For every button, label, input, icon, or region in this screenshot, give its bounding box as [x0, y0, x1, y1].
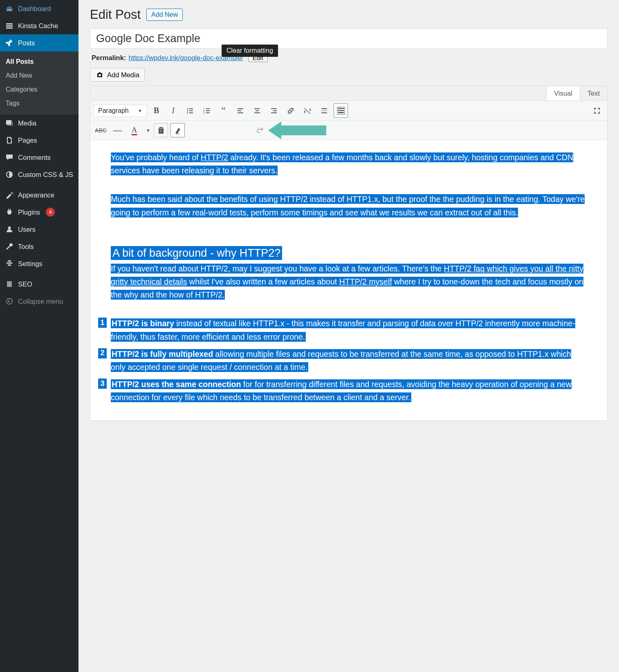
sidebar-label: Collapse menu — [18, 298, 63, 305]
content-text: instead of textual like HTTP1.x - this m… — [111, 319, 575, 341]
sidebar-item-settings[interactable]: Settings — [0, 255, 78, 272]
page-title: Edit Post — [90, 7, 141, 22]
submenu-add-new[interactable]: Add New — [0, 69, 78, 83]
settings-icon — [5, 259, 14, 268]
sidebar-label: Settings — [18, 260, 43, 268]
post-title-input[interactable] — [90, 29, 608, 49]
tab-text[interactable]: Text — [580, 86, 607, 101]
svg-rect-14 — [238, 110, 241, 111]
editor-toolbar: Paragraph ▼ B I 123 “ — [90, 101, 607, 140]
sidebar-item-users[interactable]: Users — [0, 221, 78, 238]
seo-icon — [5, 280, 14, 289]
cache-icon — [5, 21, 14, 30]
sidebar-submenu-posts: All Posts Add New Categories Tags — [0, 52, 78, 114]
sidebar-label: Users — [18, 226, 36, 233]
sidebar-item-kinsta-cache[interactable]: Kinsta Cache — [0, 17, 78, 34]
strikethrough-button[interactable]: ABC — [94, 123, 108, 137]
bullet-list-button[interactable] — [183, 103, 197, 118]
plugins-update-badge: 4 — [46, 208, 55, 217]
clear-formatting-button[interactable] — [170, 123, 185, 137]
sidebar-item-appearance[interactable]: Appearance — [0, 186, 78, 204]
content-link-http1x[interactable]: HTTP1.x — [347, 195, 378, 204]
sidebar-label: Appearance — [18, 191, 54, 199]
sidebar-item-pages[interactable]: Pages — [0, 132, 78, 149]
sidebar-item-comments[interactable]: Comments — [0, 149, 78, 166]
permalink-base[interactable]: https://wpdev.ink/ — [128, 54, 180, 61]
content-text: whilst I've also written a few articles … — [187, 277, 339, 287]
main-content: Edit Post Add New Permalink: https://wpd… — [78, 0, 619, 672]
dashboard-icon — [5, 4, 14, 13]
svg-rect-17 — [256, 110, 259, 111]
italic-button[interactable]: I — [166, 103, 180, 118]
svg-rect-8 — [206, 108, 210, 109]
sidebar-item-tools[interactable]: Tools — [0, 238, 78, 255]
align-left-button[interactable] — [233, 103, 247, 118]
svg-rect-23 — [321, 110, 327, 111]
collapse-icon — [5, 297, 14, 306]
sidebar-item-plugins[interactable]: Plugins 4 — [0, 204, 78, 221]
content-bold: HTTP/2 is fully multiplexed — [112, 349, 213, 358]
svg-rect-21 — [271, 112, 277, 113]
align-right-button[interactable] — [267, 103, 281, 118]
svg-point-0 — [7, 298, 12, 304]
svg-rect-19 — [271, 108, 277, 109]
fullscreen-button[interactable] — [590, 103, 604, 118]
submenu-tags[interactable]: Tags — [0, 96, 78, 110]
submenu-all-posts[interactable]: All Posts — [0, 55, 78, 69]
sidebar-label: Posts — [18, 39, 35, 47]
content-link-myself[interactable]: HTTP/2 myself — [339, 277, 392, 286]
format-select[interactable]: Paragraph ▼ — [94, 105, 147, 117]
css-icon — [5, 170, 14, 179]
sidebar-item-posts[interactable]: Posts — [0, 34, 78, 52]
svg-point-5 — [187, 112, 188, 113]
format-value: Paragraph — [98, 107, 129, 114]
toolbar-toggle-button[interactable] — [334, 103, 348, 118]
chevron-down-icon: ▼ — [138, 108, 142, 113]
bold-button[interactable]: B — [149, 103, 164, 118]
link-button[interactable] — [283, 103, 298, 118]
svg-rect-27 — [340, 108, 342, 109]
text-color-button[interactable]: A — [127, 123, 141, 137]
svg-rect-31 — [342, 110, 344, 111]
sidebar-label: SEO — [18, 280, 32, 288]
submenu-categories[interactable]: Categories — [0, 83, 78, 96]
content-text: You've probably heard of — [111, 152, 201, 162]
sidebar-item-dashboard[interactable]: Dashboard — [0, 0, 78, 17]
content-link-http2[interactable]: HTTP/2 — [201, 153, 228, 162]
tab-visual[interactable]: Visual — [546, 86, 580, 101]
svg-rect-22 — [321, 108, 327, 109]
svg-rect-30 — [340, 110, 342, 111]
add-new-button[interactable]: Add New — [146, 9, 183, 21]
unlink-button[interactable] — [300, 103, 314, 118]
svg-rect-29 — [338, 110, 340, 111]
text-color-dropdown[interactable]: ▼ — [144, 123, 151, 137]
numbered-list-button[interactable]: 123 — [200, 103, 214, 118]
svg-rect-4 — [189, 110, 193, 111]
content-bold: HTTP/2 uses the same connection — [112, 380, 241, 389]
sidebar-collapse[interactable]: Collapse menu — [0, 293, 78, 310]
editor-content[interactable]: You've probably heard of HTTP/2 already.… — [90, 140, 607, 420]
editor-wrap: Visual Text Paragraph ▼ B I 123 — [90, 86, 608, 421]
admin-sidebar: Dashboard Kinsta Cache Posts All Posts A… — [0, 0, 78, 672]
paste-text-button[interactable]: T — [154, 123, 168, 137]
list-item: HTTP/2 is fully multiplexed allowing mul… — [98, 347, 587, 374]
users-icon — [5, 225, 14, 234]
sidebar-item-media[interactable]: Media — [0, 114, 78, 132]
sidebar-label: Dashboard — [18, 5, 51, 13]
svg-rect-32 — [338, 112, 344, 113]
add-media-label: Add Media — [107, 71, 139, 79]
sidebar-item-seo[interactable]: SEO — [0, 276, 78, 293]
svg-rect-18 — [254, 112, 260, 113]
redo-button[interactable] — [253, 123, 267, 137]
align-center-button[interactable] — [250, 103, 264, 118]
sidebar-label: Kinsta Cache — [18, 22, 58, 30]
read-more-button[interactable] — [317, 103, 331, 118]
horizontal-rule-button[interactable]: — — [110, 123, 125, 137]
add-media-button[interactable]: Add Media — [90, 68, 145, 82]
camera-icon — [95, 70, 104, 79]
blockquote-button[interactable]: “ — [216, 103, 231, 118]
svg-rect-26 — [338, 108, 340, 109]
appearance-icon — [5, 190, 14, 199]
sidebar-item-custom-css-js[interactable]: Custom CSS & JS — [0, 166, 78, 183]
svg-rect-2 — [189, 108, 193, 109]
